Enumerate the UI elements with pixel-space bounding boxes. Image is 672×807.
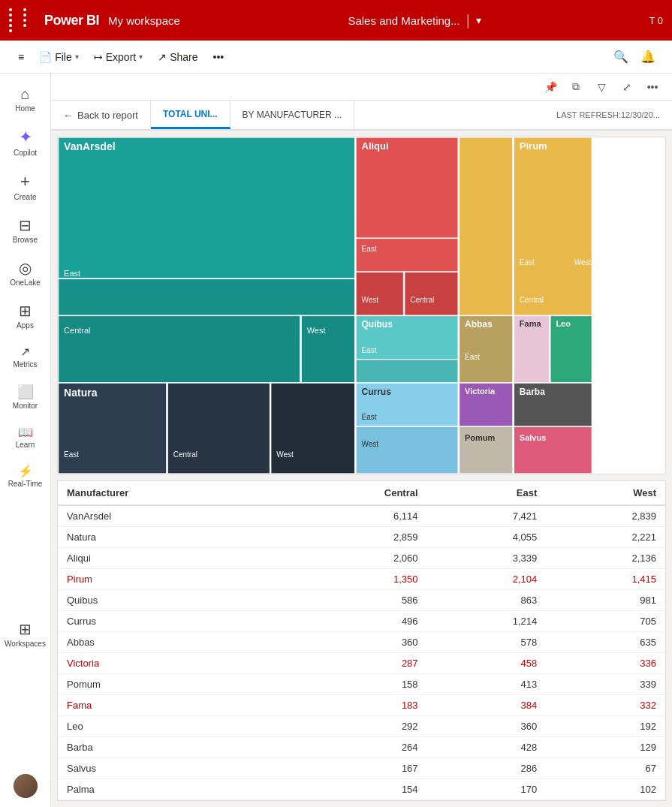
last-refresh-label: LAST REFRESH:12/30/20... [544,101,672,129]
cell-central: 158 [282,674,427,695]
tab-by-manufacturer-label: BY MANUFACTURER ... [243,110,342,120]
cell-east: 170 [427,779,547,800]
cell-east: 360 [427,716,547,737]
cell-central: 154 [282,779,427,800]
sidebar-item-metrics[interactable]: ↗ Metrics [3,339,48,375]
sidebar-monitor-label: Monitor [13,402,38,410]
onelake-icon: ◎ [19,259,32,277]
cell-manufacturer: VanArsdel [58,505,282,527]
more-icon: ••• [213,51,225,63]
workspace-label[interactable]: My workspace [108,14,180,27]
col-west: West [546,481,665,505]
cell-west: 192 [546,716,665,737]
title-chevron-icon[interactable]: ▾ [476,14,481,26]
cell-west: 2,136 [546,548,665,569]
svg-rect-2 [58,279,355,315]
browse-icon: ⊟ [19,216,32,234]
tab-by-manufacturer[interactable]: BY MANUFACTURER ... [231,101,354,129]
back-to-report-button[interactable]: ← Back to report [51,101,151,129]
notifications-button[interactable]: 🔔 [636,45,660,69]
hamburger-menu-button[interactable]: ≡ [12,48,30,66]
cell-manufacturer: Pirum [58,569,282,590]
table-row: Leo292360192 [58,716,665,737]
file-chevron-icon: ▾ [75,53,79,61]
cell-east: 3,339 [427,548,547,569]
cell-central: 287 [282,653,427,674]
table-row: Natura2,8594,0552,221 [58,527,665,548]
cell-west: 1,415 [546,569,665,590]
sidebar-item-browse[interactable]: ⊟ Browse [3,210,48,250]
svg-rect-19 [355,383,459,426]
table-row: VanArsdel6,1147,4212,839 [58,505,665,527]
sidebar-create-label: Create [14,193,36,201]
cell-east: 4,055 [427,527,547,548]
sidebar-item-apps[interactable]: ⊞ Apps [3,296,48,336]
sidebar-item-realtime[interactable]: ⚡ Real-Time [3,458,48,494]
metrics-icon: ↗ [20,345,30,359]
sidebar-item-create[interactable]: + Create [3,166,48,207]
hamburger-icon: ≡ [18,51,24,63]
sidebar-item-home[interactable]: ⌂ Home [3,80,48,119]
cell-central: 167 [282,758,427,779]
search-button[interactable]: 🔍 [609,45,633,69]
table-row: Fama183384332 [58,695,665,716]
avatar-image [14,774,38,798]
svg-rect-18 [550,315,592,383]
cell-manufacturer: Currus [58,611,282,632]
apps-icon: ⊞ [19,302,32,320]
treemap-container: VanArsdel East Central West Natura East … [57,137,666,474]
share-icon: ↗ [158,51,167,63]
user-avatar[interactable] [14,774,38,798]
table-row: Palma154170102 [58,779,665,800]
top-bar-right: T 0 [649,15,663,26]
more-button[interactable]: ••• [207,48,231,66]
secondary-toolbar: ≡ 📄 File ▾ ↦ Export ▾ ↗ Share ••• 🔍 🔔 [0,41,672,74]
sidebar-item-copilot[interactable]: ✦ Copilot [3,122,48,163]
svg-rect-6 [167,383,271,474]
cell-west: 339 [546,674,665,695]
cell-central: 2,859 [282,527,427,548]
create-icon: + [20,172,30,191]
cell-east: 2,104 [427,569,547,590]
cell-central: 1,350 [282,569,427,590]
cell-west: 336 [546,653,665,674]
cell-manufacturer: Fama [58,695,282,716]
svg-rect-3 [58,315,301,383]
sidebar-item-monitor[interactable]: ⬜ Monitor [3,378,48,416]
more-options-button[interactable]: ••• [642,77,663,98]
page-content: VanArsdel East Central West Natura East … [51,131,672,807]
cell-east: 863 [427,590,547,611]
cell-central: 360 [282,632,427,653]
content-icons-row: 📌 ⧉ ▽ ⤢ ••• [51,74,672,101]
sidebar-item-workspaces[interactable]: ⊞ Workspaces [3,614,48,654]
table-header-row: Manufacturer Central East West [58,481,665,505]
sidebar-onelake-label: OneLake [10,279,41,287]
monitor-icon: ⬜ [17,384,34,400]
app-grid-icon[interactable] [9,8,35,32]
svg-rect-10 [355,272,404,315]
sidebar-copilot-label: Copilot [14,149,37,157]
cell-west: 705 [546,611,665,632]
export-button[interactable]: ↦ Export ▾ [88,48,149,66]
table-row: Pirum1,3502,1041,415 [58,569,665,590]
cell-east: 286 [427,758,547,779]
pin-button[interactable]: 📌 [540,77,561,98]
realtime-icon: ⚡ [18,464,33,478]
tab-total-units[interactable]: TOTAL UNI... [151,101,231,129]
svg-rect-24 [514,426,592,474]
learn-icon: 📖 [18,425,33,439]
cell-central: 183 [282,695,427,716]
share-button[interactable]: ↗ Share [152,48,203,66]
filter-button[interactable]: ▽ [591,77,612,98]
focus-button[interactable]: ⤢ [616,77,637,98]
report-title-area: Sales and Marketing... | ▾ [189,12,640,29]
main-layout: ⌂ Home ✦ Copilot + Create ⊟ Browse ◎ One… [0,74,672,807]
sidebar-item-onelake[interactable]: ◎ OneLake [3,253,48,293]
duplicate-button[interactable]: ⧉ [565,77,586,98]
cell-west: 635 [546,632,665,653]
sidebar-item-learn[interactable]: 📖 Learn [3,419,48,455]
data-table-container: Manufacturer Central East West VanArsdel… [57,480,666,801]
content-area: 📌 ⧉ ▽ ⤢ ••• ← Back to report TOTAL UNI..… [51,74,672,807]
file-button[interactable]: 📄 File ▾ [33,48,85,66]
cell-manufacturer: Barba [58,737,282,758]
